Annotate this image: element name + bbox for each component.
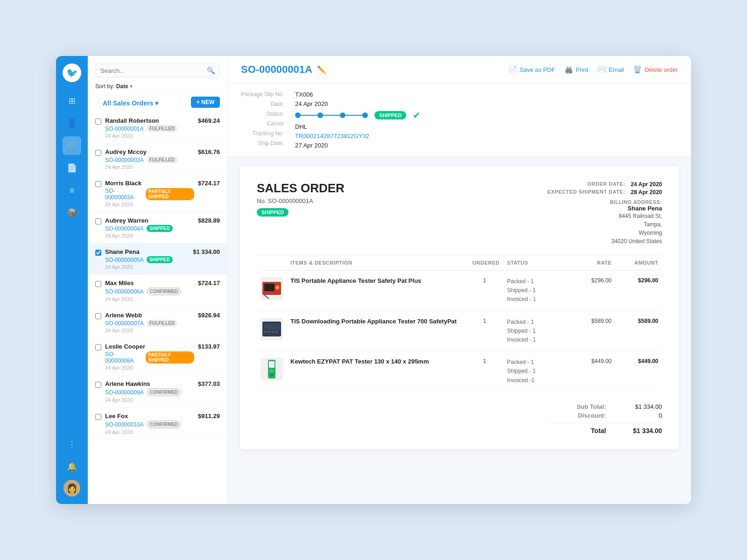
sidebar-item-docs[interactable]: 📄 [63,159,81,177]
track-line-2 [323,115,340,116]
data-value: 24 Apr 2020 [295,100,678,107]
order-amount: $828.89 [198,217,220,224]
billing-address: 8445 Railroad St, Tampa, Wyoming 34020 U… [548,212,662,245]
order-customer-name: Max Miles [105,280,194,287]
svg-rect-7 [268,331,270,333]
sidebar-item-orders[interactable]: 🛒 [63,136,81,155]
item-rate-cell: $589.00 [569,311,615,351]
order-checkbox[interactable] [95,382,101,388]
order-checkbox[interactable] [95,344,101,350]
order-customer-name: Leslie Cooper [105,343,194,350]
track-dot-3 [340,112,345,118]
order-customer-name: Morris Black [105,180,194,187]
order-list-item[interactable]: Max Miles SO-00000006A CONFIRMED 24 Apr … [88,275,227,307]
sidebar-item-dashboard[interactable]: ⊞ [63,91,81,110]
orders-title[interactable]: All Sales Orders ▾ [103,99,158,107]
order-date-label: ORDER DATE: [587,181,625,188]
status-badge: SHIPPED [374,111,406,119]
order-id[interactable]: SO-00000009A [105,389,144,396]
order-list-item[interactable]: Randall Robertson SO-00000001A FULFILLED… [88,112,227,144]
order-id[interactable]: SO-00000004A [105,225,144,232]
order-id[interactable]: SO-00000006A [105,288,144,295]
totals-divider [545,423,662,423]
order-date: 24 Apr 2020 [105,365,194,371]
order-id[interactable]: SO-00000007A [105,320,144,327]
svg-rect-13 [270,374,274,376]
package-slip-value: TX006 [295,91,678,98]
order-amount: $724.17 [198,180,220,187]
svg-point-12 [270,369,274,373]
svg-rect-5 [264,323,280,330]
order-id[interactable]: SO-00000002A [105,157,144,163]
main-content: SO-00000001A ✏️ 📄 Save as PDF 🖨️ Print ✉… [228,56,691,504]
svg-rect-6 [264,331,267,333]
item-name: TIS Downloading Portable Appliance Teste… [290,318,462,325]
table-row: Kewtech EZYPAT PAT Tester 130 x 140 x 29… [257,351,662,392]
order-customer-name: Lee Fox [105,413,194,420]
order-list-item[interactable]: Morris Black SO-00000003A PARTIALY SHIPP… [88,175,227,212]
order-list-item[interactable]: Leslie Cooper SO-00000008A PARTIALY SHIP… [88,338,227,376]
order-id[interactable]: SO-00000008A [105,351,143,364]
pdf-icon: 📄 [508,65,517,74]
order-checkbox[interactable] [95,414,101,420]
order-id[interactable]: SO-00000010A [105,421,144,428]
sidebar-item-more[interactable]: ⋮ [63,435,81,454]
email-button[interactable]: ✉️ Email [598,65,624,74]
order-checkbox[interactable] [95,150,101,156]
new-order-button[interactable]: + NEW [191,97,220,108]
data-label: Data: [241,101,291,108]
edit-icon[interactable]: ✏️ [317,65,326,74]
order-customer-name: Randall Robertson [105,117,194,124]
subtotal-value: $1 334.00 [625,403,662,410]
order-list-item[interactable]: Aubrey Warren SO-00000004A SHIPPED 24 Ap… [88,212,227,244]
sidebar-item-packages[interactable]: 📦 [63,203,81,222]
sidebar-item-contacts[interactable]: 👤 [63,114,81,133]
order-checkbox[interactable] [95,119,101,125]
total-value: $1 334.00 [625,427,662,434]
order-id[interactable]: SO-00000001A [105,126,144,132]
order-checkbox[interactable] [95,281,101,287]
user-avatar[interactable]: 👩 [63,480,80,497]
delete-order-button[interactable]: 🗑️ Delete order [633,65,678,74]
svg-line-3 [264,295,269,299]
item-image-cell [257,271,287,311]
svg-rect-9 [275,331,278,333]
order-date: 24 Apr 2020 [105,397,194,403]
item-name: TIS Portable Appliance Tester Safety Pat… [290,277,462,284]
track-dot-1 [295,112,301,118]
order-id[interactable]: SO-00000003A [105,188,143,201]
sidebar-item-list[interactable]: ≡ [63,181,81,200]
item-rate-cell: $449.00 [569,351,615,392]
save-pdf-button[interactable]: 📄 Save as PDF [508,65,556,74]
order-checkbox[interactable] [95,313,101,319]
order-list-item[interactable]: Arlene Webb SO-00000007A FULFILLED 24 Ap… [88,307,227,338]
sort-label: Sort by: Date ▾ [95,83,133,90]
delete-icon: 🗑️ [633,65,642,74]
search-bar[interactable]: 🔍 [95,63,220,77]
order-date: 24 Apr 2020 [105,429,194,435]
discount-label: Discount: [559,412,606,419]
table-row: TIS Portable Appliance Tester Safety Pat… [257,271,662,311]
search-input[interactable] [100,67,207,74]
sidebar-logo[interactable]: 🐦 [63,63,81,82]
col-img [257,255,287,271]
order-list-item[interactable]: Shane Pena SO-00000005A SHIPPED 24 Apr 2… [88,244,227,275]
order-checkbox[interactable] [95,181,101,187]
order-number: SO-00000001A [241,63,312,76]
order-list-item[interactable]: Lee Fox SO-00000010A CONFIRMED 24 Apr 20… [88,408,227,440]
order-checkbox[interactable] [95,250,101,256]
order-badge: CONFIRMED [147,420,182,428]
sidebar-item-notifications[interactable]: 🔔 [63,457,81,476]
print-button[interactable]: 🖨️ Print [564,65,588,74]
order-list-item[interactable]: Arlene Hawkins SO-00000009A CONFIRMED 24… [88,376,227,408]
order-list-item[interactable]: Audrey Mccoy SO-00000002A FULFILLED 24 A… [88,144,227,175]
order-checkbox[interactable] [95,218,101,224]
tracking-value[interactable]: TR000214287723812GY32 [295,133,678,140]
track-line-1 [301,115,317,116]
check-icon: ✔ [413,110,421,121]
order-amount: $133.97 [198,343,220,350]
track-dot-2 [317,112,323,118]
orders-list: Randall Robertson SO-00000001A FULFILLED… [88,112,227,504]
item-amount-cell: $449.00 [615,351,662,392]
order-id[interactable]: SO-00000005A [105,257,144,263]
